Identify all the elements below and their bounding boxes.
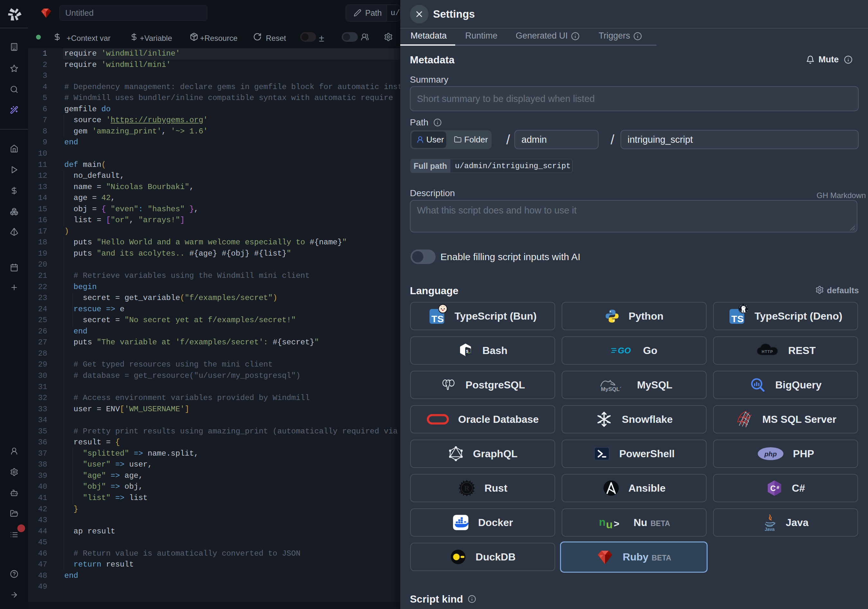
svg-text:GO: GO (618, 346, 631, 355)
svg-text:n: n (599, 516, 606, 528)
svg-text:Java: Java (764, 527, 775, 532)
svg-text:TS: TS (431, 313, 444, 324)
svg-text:MySQL´: MySQL´ (601, 386, 622, 392)
svg-text:php: php (764, 450, 777, 457)
svg-text:#: # (777, 485, 780, 490)
svg-text:>: > (614, 518, 620, 529)
svg-text:R: R (464, 484, 470, 492)
svg-text:C: C (770, 484, 776, 493)
svg-text:HTTP: HTTP (762, 350, 773, 354)
svg-text:TS: TS (732, 313, 744, 324)
svg-text:u: u (606, 518, 613, 530)
